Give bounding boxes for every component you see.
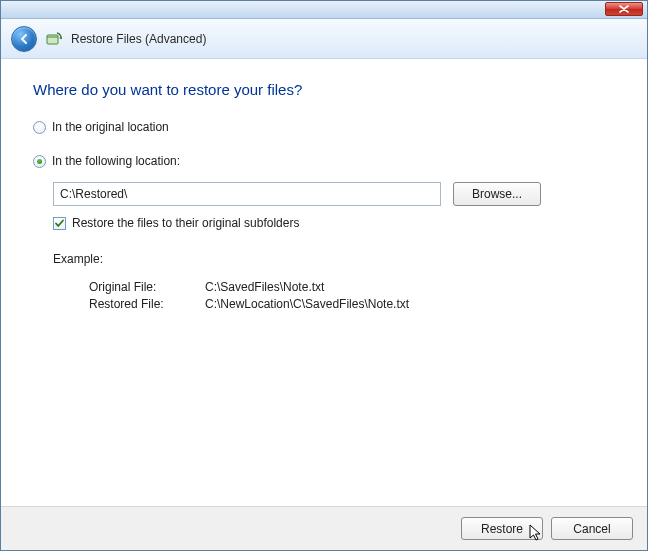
restore-files-icon: [45, 30, 63, 48]
restore-files-window: Restore Files (Advanced) Where do you wa…: [0, 0, 648, 551]
radio-following-input[interactable]: [33, 155, 46, 168]
check-icon: [54, 218, 65, 229]
back-arrow-icon: [17, 32, 31, 46]
path-row: Browse...: [53, 182, 615, 206]
footer: Restore Cancel: [1, 506, 647, 550]
example-grid: Original File: C:\SavedFiles\Note.txt Re…: [89, 280, 615, 311]
example-heading: Example:: [53, 252, 615, 266]
subfolders-checkbox[interactable]: [53, 217, 66, 230]
back-button[interactable]: [11, 26, 37, 52]
wizard-title: Restore Files (Advanced): [71, 32, 206, 46]
example-restored-label: Restored File:: [89, 297, 201, 311]
restore-path-input[interactable]: [53, 182, 441, 206]
titlebar: [1, 1, 647, 19]
content-area: Where do you want to restore your files?…: [1, 59, 647, 506]
radio-original-location[interactable]: In the original location: [33, 120, 615, 134]
close-button[interactable]: [605, 2, 643, 16]
page-heading: Where do you want to restore your files?: [33, 81, 615, 98]
subfolders-row[interactable]: Restore the files to their original subf…: [53, 216, 615, 230]
wizard-header: Restore Files (Advanced): [1, 19, 647, 59]
restore-button[interactable]: Restore: [461, 517, 543, 540]
radio-following-location[interactable]: In the following location:: [33, 154, 615, 168]
radio-following-label: In the following location:: [52, 154, 180, 168]
close-icon: [619, 5, 629, 13]
browse-button[interactable]: Browse...: [453, 182, 541, 206]
svg-rect-0: [47, 35, 58, 44]
radio-original-input[interactable]: [33, 121, 46, 134]
example-original-label: Original File:: [89, 280, 201, 294]
cancel-button[interactable]: Cancel: [551, 517, 633, 540]
subfolders-label: Restore the files to their original subf…: [72, 216, 299, 230]
example-restored-value: C:\NewLocation\C\SavedFiles\Note.txt: [205, 297, 409, 311]
example-original-value: C:\SavedFiles\Note.txt: [205, 280, 324, 294]
radio-original-label: In the original location: [52, 120, 169, 134]
